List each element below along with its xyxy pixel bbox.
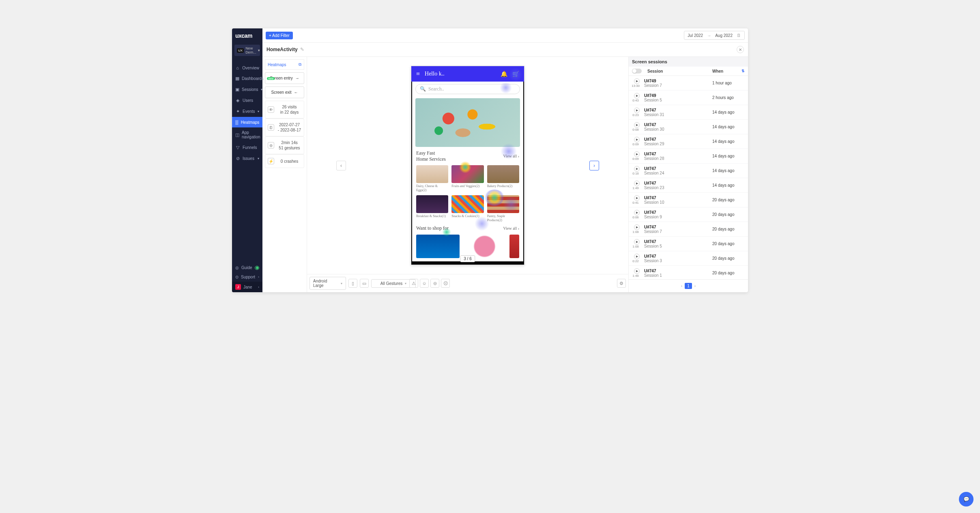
- app-name: New Dem...: [245, 46, 256, 54]
- session-row[interactable]: ▶0:43U#749Session 52 hours ago: [629, 91, 748, 105]
- settings-button[interactable]: ⚙: [617, 279, 626, 288]
- session-duration: 0:23: [631, 113, 640, 117]
- sidebar-item-events[interactable]: ✦Events▾: [232, 106, 262, 117]
- guide-icon: ◎: [235, 265, 239, 270]
- add-filter-button[interactable]: + Add Filter: [266, 32, 293, 39]
- sidebar-item-app-navigation[interactable]: ◫App navigation: [232, 127, 262, 142]
- nav-icon: ◈: [235, 98, 240, 103]
- close-button[interactable]: ✕: [737, 46, 744, 53]
- session-row[interactable]: ▶0:41U#747Session 1020 days ago: [629, 193, 748, 207]
- play-icon[interactable]: ▶: [634, 181, 640, 186]
- date-range-picker[interactable]: Jul 2022 → Aug 2022 🗓: [684, 31, 745, 40]
- session-row[interactable]: ▶1:48U#747Session 120 days ago: [629, 266, 748, 279]
- next-screen-button[interactable]: ›: [589, 161, 599, 170]
- filter-warning-button[interactable]: ⚠: [409, 279, 418, 288]
- session-row[interactable]: ▶0:18U#747Session 2414 days ago: [629, 164, 748, 178]
- sidebar-item-overview[interactable]: ⌂Overview: [232, 63, 262, 73]
- section-title-line2: Home Services: [416, 156, 446, 162]
- chevron-down-icon: ▾: [258, 48, 260, 52]
- session-row[interactable]: ▶0:23U#747Session 3114 days ago: [629, 105, 748, 120]
- nav-label: Heatmaps: [241, 120, 260, 125]
- play-icon[interactable]: ▶: [634, 137, 640, 142]
- nav-icon: ◫: [235, 132, 239, 138]
- sidebar-item-issues[interactable]: ⊘Issues▾: [232, 153, 262, 164]
- sidebar-item-sessions[interactable]: ▣Sessions▾: [232, 84, 262, 95]
- play-icon[interactable]: ▶: [634, 239, 640, 245]
- session-row[interactable]: ▶13:30U#749Session 71 hour ago: [629, 76, 748, 91]
- sidebar-item-dashboards[interactable]: ▦Dashboardsnew▾: [232, 73, 262, 84]
- session-row[interactable]: ▶0:09U#747Session 2814 days ago: [629, 149, 748, 164]
- play-icon[interactable]: ▶: [634, 78, 640, 84]
- category-grid: Dairy, Cheese & Eggs(2)Fruits and Veggie…: [411, 164, 524, 224]
- session-when: 14 days ago: [712, 125, 745, 129]
- page-prev[interactable]: ‹: [681, 284, 682, 288]
- user-menu[interactable]: J Jane ›: [232, 282, 262, 292]
- play-icon[interactable]: ▶: [634, 195, 640, 201]
- sidebar-item-heatmaps[interactable]: ▒Heatmaps: [232, 117, 262, 127]
- play-icon[interactable]: ▶: [634, 254, 640, 259]
- guide-link[interactable]: ◎ Guide: [232, 263, 262, 272]
- shop-item: [509, 235, 519, 258]
- nav-label: Dashboards: [242, 76, 264, 81]
- play-icon[interactable]: ▶: [634, 268, 640, 274]
- session-name: Session 31: [644, 112, 712, 117]
- session-duration: 0:09: [631, 157, 640, 161]
- session-row[interactable]: ▶0:08U#747Session 3014 days ago: [629, 120, 748, 134]
- device-select[interactable]: Android Large ▾: [309, 277, 346, 290]
- phone-hero-image: [415, 98, 520, 147]
- play-icon[interactable]: ▶: [634, 166, 640, 172]
- page-current[interactable]: 1: [685, 283, 692, 289]
- copy-icon[interactable]: ⧉: [299, 62, 301, 67]
- edit-icon[interactable]: ✎: [300, 47, 304, 52]
- stat-card: 👁26 visitsin 22 days: [265, 101, 304, 119]
- stage-toolbar: Android Large ▾ ▯ ▭ All Gestures ▾ ⚠ ☺ ⊝…: [307, 274, 628, 292]
- session-user: U#747: [644, 181, 712, 185]
- filter-sad-button[interactable]: ☹: [441, 279, 450, 288]
- filter-neutral-button[interactable]: ☺: [420, 279, 429, 288]
- session-row[interactable]: ▶1:08U#747Session 720 days ago: [629, 222, 748, 237]
- portrait-button[interactable]: ▯: [348, 279, 357, 288]
- session-info: U#747Session 9: [644, 210, 712, 219]
- play-icon[interactable]: ▶: [634, 151, 640, 157]
- heatmaps-tab[interactable]: Heatmaps ⧉: [265, 59, 304, 70]
- page-next[interactable]: ›: [694, 284, 696, 288]
- sessions-toggle[interactable]: [632, 69, 642, 73]
- section-head-2: Want to shop for View all ›: [411, 224, 524, 233]
- play-icon[interactable]: ▶: [634, 210, 640, 216]
- app-selector[interactable]: UX New Dem... ▾: [234, 45, 260, 56]
- prev-screen-button[interactable]: ‹: [336, 161, 346, 170]
- play-col: ▶0:18: [632, 166, 642, 175]
- category-item: Breakfast & Snacks(1): [416, 195, 448, 222]
- sort-icon: ⇅: [741, 69, 745, 73]
- play-col: ▶1:49: [632, 181, 642, 190]
- chevron-down-icon: ▾: [261, 88, 262, 91]
- session-name: Session 7: [644, 83, 712, 88]
- play-icon[interactable]: ▶: [634, 93, 640, 99]
- col-when[interactable]: When ⇅: [712, 69, 745, 73]
- session-row[interactable]: ▶0:09U#747Session 2914 days ago: [629, 134, 748, 149]
- support-icon: ⊙: [235, 275, 239, 279]
- landscape-button[interactable]: ▭: [360, 279, 369, 288]
- bell-icon: 🔔: [501, 71, 507, 78]
- play-icon[interactable]: ▶: [634, 108, 640, 113]
- sidebar-item-funnels[interactable]: ▽Funnels: [232, 142, 262, 153]
- session-row[interactable]: ▶1:49U#747Session 2314 days ago: [629, 178, 748, 193]
- chevron-right-icon: ›: [258, 285, 259, 289]
- phone-search: 🔍 Search..: [415, 84, 520, 94]
- filter-meh-button[interactable]: ⊝: [430, 279, 439, 288]
- col-session[interactable]: Session: [647, 69, 712, 73]
- session-row[interactable]: ▶0:22U#747Session 320 days ago: [629, 251, 748, 266]
- play-icon[interactable]: ▶: [634, 122, 640, 128]
- session-row[interactable]: ▶0:06U#747Session 920 days ago: [629, 207, 748, 222]
- play-icon[interactable]: ▶: [634, 224, 640, 230]
- session-row[interactable]: ▶1:08U#747Session 520 days ago: [629, 237, 748, 251]
- screen-exit-button[interactable]: Screen exit ←: [265, 86, 304, 98]
- session-user: U#747: [644, 152, 712, 156]
- sidebar-item-users[interactable]: ◈Users: [232, 95, 262, 106]
- center-stage: ‹ › ≡ Hello k.. 🔔 🛒 🔍 Search..: [307, 57, 629, 292]
- chevron-right-icon: ›: [258, 275, 259, 279]
- support-link[interactable]: ⊙ Support ›: [232, 272, 262, 282]
- play-col: ▶0:22: [632, 254, 642, 263]
- session-user: U#747: [644, 225, 712, 229]
- nav-label: Overview: [242, 66, 259, 70]
